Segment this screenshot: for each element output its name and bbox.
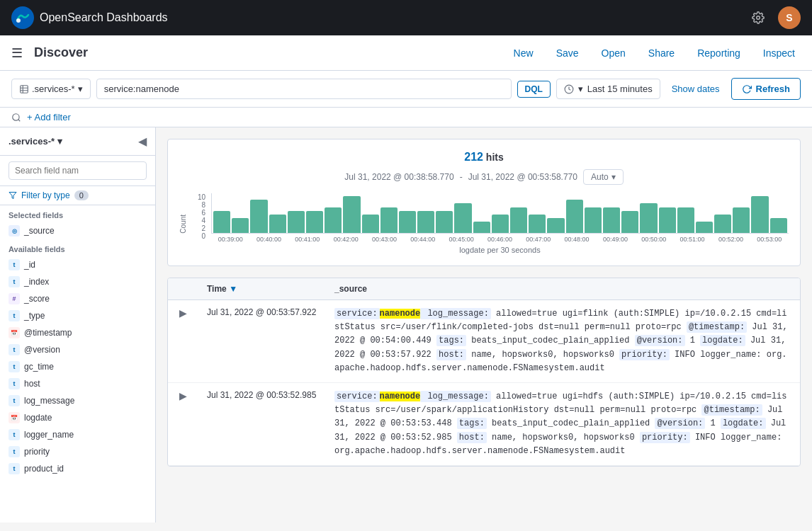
- histogram-bar[interactable]: [751, 196, 768, 233]
- histogram-bar[interactable]: [362, 215, 379, 233]
- histogram-bar[interactable]: [343, 196, 360, 233]
- histogram-bar[interactable]: [529, 215, 546, 233]
- histogram-bar[interactable]: [603, 207, 620, 233]
- histogram-bar[interactable]: [677, 207, 694, 233]
- histogram-bar[interactable]: [714, 215, 731, 233]
- bars-area[interactable]: [211, 193, 789, 234]
- open-button[interactable]: Open: [596, 45, 631, 62]
- histogram-bar[interactable]: [250, 200, 267, 233]
- auto-chevron: ▾: [611, 172, 616, 182]
- source-text: beats_input_codec_plain_applied: [466, 336, 635, 346]
- reporting-button[interactable]: Reporting: [692, 45, 746, 62]
- histogram-bar[interactable]: [269, 215, 286, 233]
- field-item-id[interactable]: t _id: [0, 256, 155, 273]
- field-item-timestamp[interactable]: 📅 @timestamp: [0, 324, 155, 341]
- field-item-host[interactable]: t host: [0, 375, 155, 392]
- refresh-button[interactable]: Refresh: [731, 78, 801, 100]
- field-item-logmessage[interactable]: t log_message: [0, 392, 155, 409]
- source-text: name, hopsworks0, hopsworks0: [487, 433, 640, 442]
- search-field-input[interactable]: [9, 161, 147, 180]
- expand-row-button[interactable]: ▶: [176, 307, 190, 319]
- histogram-bar[interactable]: [547, 218, 564, 233]
- field-item-source[interactable]: ◎ _source: [0, 222, 155, 239]
- histogram-bar[interactable]: [454, 203, 471, 233]
- user-avatar[interactable]: S: [778, 6, 801, 29]
- histogram-bar[interactable]: [399, 211, 416, 233]
- histogram-bar[interactable]: [492, 215, 509, 233]
- histogram-bar[interactable]: [566, 200, 583, 233]
- filter-count-badge: 0: [74, 190, 89, 200]
- dql-button[interactable]: DQL: [517, 81, 551, 98]
- field-item-loggername[interactable]: t logger_name: [0, 426, 155, 443]
- field-item-logdate[interactable]: 📅 logdate: [0, 409, 155, 426]
- histogram-bar[interactable]: [640, 203, 657, 233]
- expand-row-button[interactable]: ▶: [176, 390, 190, 401]
- field-type-t-icon: t: [9, 259, 20, 270]
- field-item-index[interactable]: t _index: [0, 273, 155, 290]
- field-type-t-icon: t: [9, 344, 20, 355]
- field-item-version[interactable]: t @version: [0, 341, 155, 358]
- field-name-type: _type: [24, 311, 45, 321]
- field-item-type[interactable]: t _type: [0, 307, 155, 324]
- histogram-bar[interactable]: [325, 207, 342, 233]
- source-cell: service:namenode log_message: allowed=tr…: [326, 382, 800, 465]
- new-button[interactable]: New: [508, 45, 539, 62]
- collapse-sidebar-button[interactable]: ◀: [138, 135, 147, 148]
- histogram-bar[interactable]: [733, 207, 750, 233]
- settings-icon-btn[interactable]: [747, 6, 769, 29]
- field-name-gctime: gc_time: [24, 362, 54, 372]
- time-from: Jul 31, 2022 @ 00:38:58.770: [344, 172, 453, 182]
- histogram-bar[interactable]: [306, 211, 323, 233]
- histogram-bar[interactable]: [696, 222, 713, 233]
- sidebar-fields-list: Selected fields ◎ _source Available fiel…: [0, 205, 155, 523]
- histogram-bar[interactable]: [473, 222, 490, 233]
- sidebar: .services-* ▾ ◀ Filter by type 0 Selecte…: [0, 127, 156, 523]
- x-axis-labels: 00:39:0000:40:0000:41:0000:42:0000:43:00…: [211, 234, 789, 243]
- field-item-score[interactable]: # _score: [0, 290, 155, 307]
- field-item-productid[interactable]: t product_id: [0, 460, 155, 477]
- time-range-selector[interactable]: ▾ Last 15 minutes: [556, 79, 660, 99]
- histogram-bar[interactable]: [288, 211, 305, 233]
- show-dates-button[interactable]: Show dates: [666, 81, 726, 97]
- histogram-bar[interactable]: [380, 207, 397, 233]
- index-pattern-selector[interactable]: .services-* ▾: [11, 79, 91, 99]
- histogram-bar[interactable]: [659, 207, 676, 233]
- time-cell: Jul 31, 2022 @ 00:53:57.922: [198, 300, 326, 383]
- field-label: @version:: [635, 335, 685, 346]
- field-type-t-icon: t: [9, 395, 20, 406]
- histogram-bar[interactable]: [621, 211, 638, 233]
- histogram-bar[interactable]: [770, 218, 787, 233]
- field-label: service:: [334, 391, 380, 402]
- time-col-header[interactable]: Time ▼: [198, 278, 326, 300]
- histogram-bar[interactable]: [585, 207, 602, 233]
- field-item-gctime[interactable]: t gc_time: [0, 358, 155, 375]
- x-axis-label: 00:53:00: [750, 236, 789, 243]
- query-input[interactable]: [104, 84, 504, 94]
- hamburger-button[interactable]: ☰: [11, 45, 23, 61]
- query-input-wrap[interactable]: [96, 79, 512, 99]
- field-name-id: _id: [24, 260, 35, 270]
- inspect-button[interactable]: Inspect: [757, 45, 801, 62]
- sidebar-index-pattern[interactable]: .services-* ▾: [9, 136, 62, 147]
- app-logo[interactable]: OpenSearch Dashboards: [11, 6, 168, 29]
- field-type-hash-icon: #: [9, 293, 20, 304]
- histogram-bar[interactable]: [213, 211, 230, 233]
- histogram-bar[interactable]: [436, 211, 453, 233]
- histogram-bar[interactable]: [232, 218, 249, 233]
- histogram-hits-row: 212 hits: [179, 151, 789, 164]
- y-label-10: 10: [188, 193, 205, 201]
- add-filter-button[interactable]: + Add filter: [27, 112, 71, 122]
- source-text: INFO: [670, 350, 700, 360]
- field-name-logmessage: log_message: [24, 396, 74, 406]
- field-name-score: _score: [24, 294, 50, 304]
- filter-by-type-row[interactable]: Filter by type 0: [0, 186, 155, 205]
- auto-select[interactable]: Auto ▾: [583, 169, 624, 185]
- y-label-0: 0: [188, 232, 205, 240]
- x-axis-label: 00:44:00: [404, 236, 442, 243]
- histogram-bar[interactable]: [510, 207, 527, 233]
- histogram-bar[interactable]: [417, 211, 434, 233]
- save-button[interactable]: Save: [551, 45, 585, 62]
- share-button[interactable]: Share: [643, 45, 680, 62]
- field-item-priority[interactable]: t priority: [0, 443, 155, 460]
- field-name-index: _index: [24, 277, 49, 287]
